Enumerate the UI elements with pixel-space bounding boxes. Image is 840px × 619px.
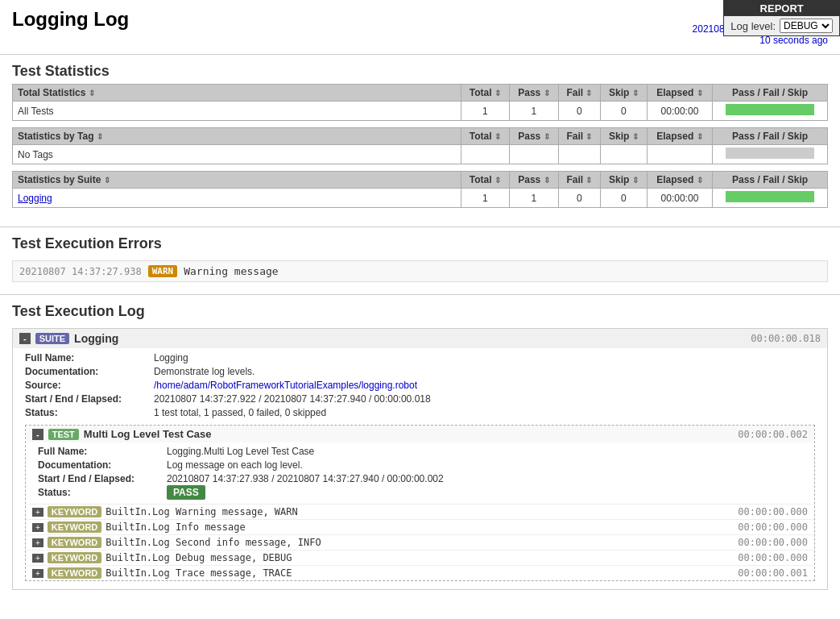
- test-collapse-button[interactable]: -: [32, 429, 43, 440]
- suite-documentation-value: Demonstrate log levels.: [154, 366, 254, 377]
- test-doc-value: Log message on each log level.: [167, 459, 303, 471]
- keyword-row-4: + KEYWORD BuiltIn.Log Trace message, TRA…: [26, 565, 814, 580]
- suite-col-fail[interactable]: Fail ⇕: [558, 172, 600, 189]
- kw-badge-1: KEYWORD: [48, 521, 101, 533]
- suite-collapse-button[interactable]: -: [19, 333, 31, 344]
- kw-expand-btn-0[interactable]: +: [32, 508, 43, 517]
- suite-logging-name[interactable]: Logging: [13, 189, 461, 208]
- documentation-label: Documentation:: [25, 366, 154, 377]
- kw-expand-btn-4[interactable]: +: [32, 569, 43, 578]
- kw-elapsed-3: 00:00:00.000: [738, 552, 808, 563]
- test-badge: TEST: [48, 429, 79, 440]
- suite-col-bar: Pass / Fail / Skip: [713, 172, 828, 189]
- test-block-multi-log: - TEST Multi Log Level Test Case 00:00:0…: [25, 425, 815, 581]
- test-status-label: Status:: [38, 487, 167, 498]
- tag-col-skip[interactable]: Skip ⇕: [601, 128, 648, 145]
- generated-ago: 10 seconds ago: [759, 35, 828, 46]
- suite-logging-total: 1: [461, 189, 509, 208]
- suite-timing-value: 20210807 14:37:27.922 / 20210807 14:37:2…: [154, 393, 431, 405]
- suite-status-row: Status: 1 test total, 1 passed, 0 failed…: [25, 407, 815, 418]
- kw-badge-0: KEYWORD: [48, 506, 101, 517]
- kw-elapsed-4: 00:00:00.001: [738, 567, 808, 579]
- no-tags-elapsed: [647, 145, 713, 164]
- timing-label: Start / End / Elapsed:: [25, 393, 154, 405]
- kw-name-4: BuiltIn.Log Trace message, TRACE: [106, 567, 292, 579]
- status-label: Status:: [25, 407, 154, 418]
- col-total[interactable]: Total ⇕: [461, 85, 509, 102]
- no-tags-total: [461, 145, 509, 164]
- suite-logging-bar-visual: [726, 191, 814, 202]
- suite-badge: SUITE: [35, 333, 69, 344]
- col-elapsed[interactable]: Elapsed ⇕: [647, 85, 713, 102]
- kw-left-0: + KEYWORD BuiltIn.Log Warning message, W…: [32, 506, 298, 517]
- test-name-label: Multi Log Level Test Case: [84, 428, 212, 440]
- kw-name-0: BuiltIn.Log Warning message, WARN: [106, 506, 297, 517]
- tag-col-pass[interactable]: Pass ⇕: [510, 128, 559, 145]
- col-pass[interactable]: Pass ⇕: [510, 85, 559, 102]
- suite-logging-bar: [713, 189, 828, 208]
- kw-name-2: BuiltIn.Log Second info message, INFO: [106, 537, 321, 548]
- suite-block-logging: - SUITE Logging 00:00:00.018 Full Name: …: [12, 328, 828, 590]
- by-tag-statistics-table: Statistics by Tag ⇕ Total ⇕ Pass ⇕ Fail …: [12, 127, 828, 164]
- log-level-label: Log level:: [730, 20, 776, 32]
- suite-status-value: 1 test total, 1 passed, 0 failed, 0 skip…: [154, 407, 326, 418]
- report-panel: REPORT Log level: DEBUG TRACE INFO WARN …: [723, 0, 840, 36]
- no-tags-bar: [713, 145, 828, 164]
- test-status-row: Status: PASS: [38, 487, 802, 498]
- suite-logging-fail: 0: [558, 189, 600, 208]
- warn-badge: WARN: [148, 265, 178, 277]
- suite-source-link[interactable]: /home/adam/RobotFrameworkTutorialExample…: [154, 380, 417, 391]
- pass-bar: [726, 104, 814, 115]
- suite-logging-row: Logging 1 1 0 0 00:00:00: [13, 189, 828, 208]
- test-timing-value: 20210807 14:37:27.938 / 20210807 14:37:2…: [167, 473, 444, 484]
- suite-col-pass[interactable]: Pass ⇕: [510, 172, 559, 189]
- sort-icon-suite[interactable]: ⇕: [104, 176, 110, 185]
- tag-col-elapsed[interactable]: Elapsed ⇕: [647, 128, 713, 145]
- kw-left-2: + KEYWORD BuiltIn.Log Second info messag…: [32, 537, 321, 548]
- kw-elapsed-2: 00:00:00.000: [738, 537, 808, 548]
- log-level-select[interactable]: DEBUG TRACE INFO WARN ERROR: [780, 19, 833, 33]
- suite-header: - SUITE Logging 00:00:00.018: [13, 329, 827, 348]
- all-tests-total: 1: [461, 102, 509, 121]
- no-tags-pass: [510, 145, 559, 164]
- kw-expand-btn-3[interactable]: +: [32, 554, 43, 563]
- suite-col-elapsed[interactable]: Elapsed ⇕: [647, 172, 713, 189]
- test-full-name-label: Full Name:: [38, 446, 167, 457]
- test-status-value: PASS: [167, 487, 205, 498]
- total-stats-header: Total Statistics ⇕: [13, 85, 461, 102]
- tag-col-bar: Pass / Fail / Skip: [713, 128, 828, 145]
- statistics-container: Total Statistics ⇕ Total ⇕ Pass ⇕ Fail ⇕…: [0, 84, 840, 222]
- test-header: - TEST Multi Log Level Test Case 00:00:0…: [26, 426, 814, 442]
- suite-full-name-value: Logging: [154, 352, 188, 364]
- suite-col-total[interactable]: Total ⇕: [461, 172, 509, 189]
- by-suite-statistics-table: Statistics by Suite ⇕ Total ⇕ Pass ⇕ Fai…: [12, 171, 828, 208]
- no-tags-name: No Tags: [13, 145, 461, 164]
- error-row: 20210807 14:37:27.938 WARN Warning messa…: [12, 260, 828, 282]
- suite-full-name-row: Full Name: Logging: [25, 352, 815, 364]
- test-full-name-row: Full Name: Logging.Multi Log Level Test …: [38, 446, 802, 457]
- suite-timing-row: Start / End / Elapsed: 20210807 14:37:27…: [25, 393, 815, 405]
- all-tests-fail: 0: [558, 102, 600, 121]
- kw-left-4: + KEYWORD BuiltIn.Log Trace message, TRA…: [32, 567, 292, 579]
- pass-badge: PASS: [167, 485, 205, 500]
- col-skip[interactable]: Skip ⇕: [601, 85, 648, 102]
- sort-icon[interactable]: ⇕: [89, 89, 95, 98]
- suite-col-skip[interactable]: Skip ⇕: [601, 172, 648, 189]
- test-timing-row: Start / End / Elapsed: 20210807 14:37:27…: [38, 473, 802, 484]
- test-statistics-title: Test Statistics: [0, 54, 840, 84]
- tag-col-total[interactable]: Total ⇕: [461, 128, 509, 145]
- keyword-row-1: + KEYWORD BuiltIn.Log Info message 00:00…: [26, 519, 814, 534]
- errors-container: 20210807 14:37:27.938 WARN Warning messa…: [0, 256, 840, 290]
- source-label: Source:: [25, 380, 154, 391]
- all-tests-elapsed: 00:00:00: [647, 102, 713, 121]
- sort-icon-tag[interactable]: ⇕: [97, 132, 103, 141]
- full-name-label: Full Name:: [25, 352, 154, 364]
- tag-col-fail[interactable]: Fail ⇕: [558, 128, 600, 145]
- kw-expand-btn-1[interactable]: +: [32, 523, 43, 532]
- no-tags-bar-visual: [726, 147, 814, 159]
- all-tests-skip: 0: [601, 102, 648, 121]
- test-timing-label: Start / End / Elapsed:: [38, 473, 167, 484]
- col-fail[interactable]: Fail ⇕: [558, 85, 600, 102]
- kw-expand-btn-2[interactable]: +: [32, 538, 43, 547]
- keyword-row-3: + KEYWORD BuiltIn.Log Debug message, DEB…: [26, 550, 814, 565]
